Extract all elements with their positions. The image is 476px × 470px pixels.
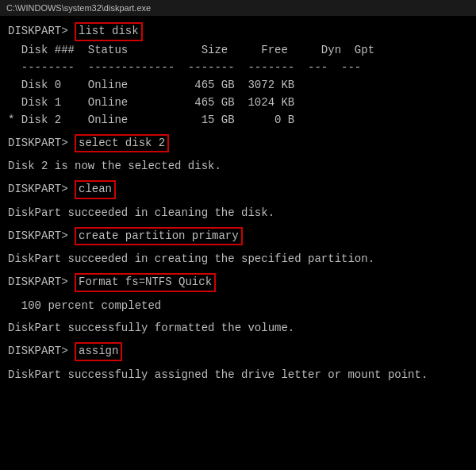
cmd-box-5: Format fs=NTFS Quick: [75, 273, 216, 292]
cmd-box-1: list disk: [75, 22, 143, 41]
table-row-disk0: Disk 0 Online 465 GB 3072 KB: [8, 77, 468, 94]
output-create-partition: DiskPart succeeded in creating the speci…: [8, 251, 468, 268]
create-partition-text: DiskPart succeeded in creating the speci…: [8, 251, 468, 268]
prompt-3: DISKPART>: [8, 181, 75, 198]
output-format-progress: 100 percent completed: [8, 298, 468, 314]
prompt-6: DISKPART>: [8, 343, 75, 360]
disk2-text: * Disk 2 Online 15 GB 0 B: [8, 112, 468, 129]
output-clean: DiskPart succeeded in cleaning the disk.: [8, 205, 468, 222]
clean-text: DiskPart succeeded in cleaning the disk.: [8, 205, 468, 222]
command-line-3: DISKPART> clean: [8, 180, 468, 199]
assign-text: DiskPart successfully assigned the drive…: [8, 367, 468, 383]
command-line-2: DISKPART> select disk 2: [8, 134, 468, 153]
table-header-text: Disk ### Status Size Free Dyn Gpt: [8, 42, 468, 59]
disk1-text: Disk 1 Online 465 GB 1024 KB: [8, 94, 468, 111]
table-separator-text: -------- ------------- ------- ------- -…: [8, 60, 468, 76]
table-separator-row: -------- ------------- ------- ------- -…: [8, 60, 468, 76]
command-line-5: DISKPART> Format fs=NTFS Quick: [8, 273, 468, 292]
title-bar: C:\WINDOWS\system32\diskpart.exe: [0, 0, 476, 16]
select-disk-text: Disk 2 is now the selected disk.: [8, 158, 468, 175]
table-header-row: Disk ### Status Size Free Dyn Gpt: [8, 42, 468, 59]
command-line-1: DISKPART> list disk: [8, 22, 468, 41]
output-assign: DiskPart successfully assigned the drive…: [8, 367, 468, 383]
disk0-text: Disk 0 Online 465 GB 3072 KB: [8, 77, 468, 94]
output-format-done: DiskPart successfully formatted the volu…: [8, 320, 468, 337]
prompt-1: DISKPART>: [8, 23, 75, 40]
table-row-disk1: Disk 1 Online 465 GB 1024 KB: [8, 94, 468, 111]
prompt-5: DISKPART>: [8, 274, 75, 291]
format-done-text: DiskPart successfully formatted the volu…: [8, 320, 468, 337]
terminal: DISKPART> list disk Disk ### Status Size…: [0, 16, 476, 391]
command-line-6: DISKPART> assign: [8, 342, 468, 361]
output-select-disk: Disk 2 is now the selected disk.: [8, 158, 468, 175]
format-progress-text: 100 percent completed: [8, 298, 468, 314]
prompt-2: DISKPART>: [8, 135, 75, 152]
prompt-4: DISKPART>: [8, 228, 75, 245]
title-text: C:\WINDOWS\system32\diskpart.exe: [6, 3, 151, 13]
command-line-4: DISKPART> create partition primary: [8, 227, 468, 246]
cmd-box-3: clean: [75, 180, 116, 199]
cmd-box-4: create partition primary: [75, 227, 243, 246]
cmd-box-6: assign: [75, 342, 122, 361]
cmd-box-2: select disk 2: [75, 134, 169, 153]
table-row-disk2: * Disk 2 Online 15 GB 0 B: [8, 112, 468, 129]
